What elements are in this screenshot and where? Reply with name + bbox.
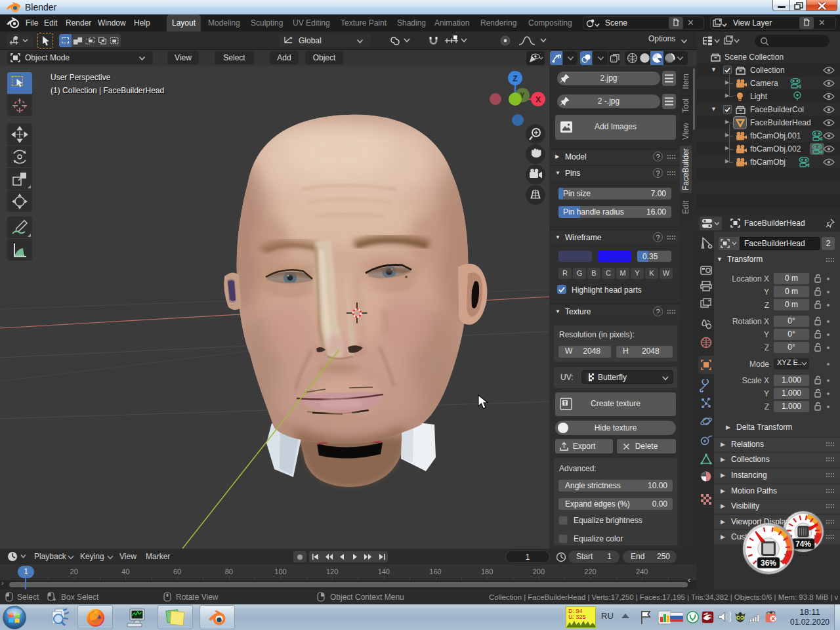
svg-text:Z: Z (513, 74, 517, 83)
svg-text:36%: 36% (761, 558, 776, 568)
svg-text:X: X (536, 95, 541, 104)
svg-text:74%: 74% (795, 539, 811, 549)
